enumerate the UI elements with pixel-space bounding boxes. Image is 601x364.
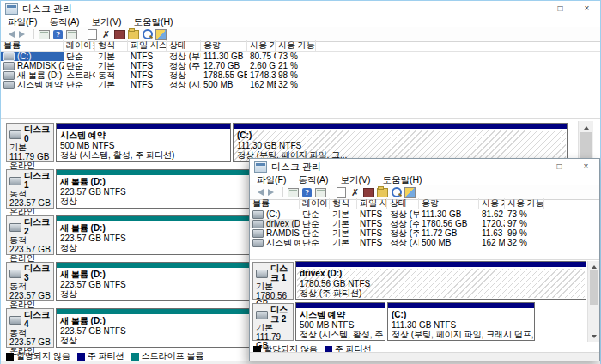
col-free[interactable]: 사용 가... bbox=[479, 198, 505, 209]
open-folder-icon[interactable] bbox=[377, 187, 388, 197]
volume-row[interactable]: (C:) 단순 기본 NTFS 정상 (부팅... 111.30 GB 81.6… bbox=[250, 209, 599, 219]
disk-label-disk1[interactable]: 디스크 1 기본 1780.56 GB 온라인 bbox=[252, 262, 294, 300]
menu-action[interactable]: 동작(A) bbox=[292, 174, 334, 185]
scroll-up-icon[interactable] bbox=[579, 121, 593, 131]
help-topics-icon[interactable] bbox=[404, 187, 416, 197]
volume-name-cell: RAMDISK (Z:) bbox=[1, 61, 64, 70]
menu-view[interactable]: 보기(V) bbox=[85, 16, 127, 27]
vertical-scrollbar-overlay[interactable] bbox=[587, 261, 599, 342]
col-volume[interactable]: 볼륨 bbox=[250, 198, 300, 209]
help-icon[interactable]: ? bbox=[301, 187, 313, 197]
delete-icon[interactable]: ✗ bbox=[100, 29, 112, 39]
volume-row[interactable]: RAMDISK (Z:) 단순 기본 NTFS 정상 (주 ... 12.70 … bbox=[1, 61, 600, 70]
drive-icon bbox=[252, 229, 264, 238]
volume-row[interactable]: 새 볼륨 (D:) 스트라이프 동적 NTFS 정상 1788.55 GB 17… bbox=[1, 70, 600, 80]
menu-view[interactable]: 보기(V) bbox=[334, 174, 376, 185]
tree-pane-icon[interactable] bbox=[315, 187, 326, 197]
col-fs[interactable]: 파일 시스템 bbox=[128, 40, 167, 51]
volume-name-cell: (C:) bbox=[1, 52, 64, 61]
menu-file[interactable]: 파일(F) bbox=[2, 16, 43, 27]
scroll-up-icon[interactable] bbox=[588, 261, 599, 270]
properties-icon[interactable] bbox=[336, 187, 347, 197]
partition-c-drive[interactable]: (C:) 111.30 GB NTFS 정상 (부팅, 페이지 파일, 크... bbox=[233, 123, 568, 162]
disk-label-disk4[interactable]: 디스크 4 동적 223.57 GB 온라인 bbox=[6, 308, 54, 348]
partition-drivex[interactable]: drivex (D:) 1780.56 GB NTFS 정상 (주 파티션) bbox=[295, 261, 586, 300]
drive-properties-icon[interactable] bbox=[363, 187, 374, 197]
disk-label-disk3[interactable]: 디스크 3 동적 223.57 GB 온라인 bbox=[6, 262, 54, 301]
disk-label-disk2[interactable]: 디스크 2 기본 111.79 GB 온라인 bbox=[252, 303, 294, 341]
partition-header bbox=[296, 262, 586, 267]
col-free[interactable]: 사용 가... bbox=[247, 40, 276, 51]
drive-icon bbox=[252, 239, 264, 247]
console-window-icon[interactable] bbox=[39, 29, 50, 39]
menu-file[interactable]: 파일(F) bbox=[251, 174, 292, 185]
volume-row[interactable]: 시스템 예약 단순 기본 NTFS 정상 (시스... 500 MB 32 % … bbox=[250, 238, 599, 247]
menu-action[interactable]: 동작(A) bbox=[43, 16, 85, 27]
partition-system-reserved[interactable]: 시스템 예약 500 MB NTFS 정상 (시스템, 활성, 주 파티션) bbox=[295, 302, 385, 341]
scroll-down-icon[interactable] bbox=[588, 333, 599, 342]
col-capacity[interactable]: 용량 bbox=[419, 198, 479, 209]
partition-c-drive[interactable]: (C:) 111.30 GB NTFS 정상 (부팅, 페이지 파일, 크래시 … bbox=[387, 302, 535, 341]
status-bar-overlay bbox=[250, 352, 599, 361]
toolbar-separator bbox=[82, 29, 82, 39]
disk-label-disk2[interactable]: 디스크 2 동적 223.57 GB 온라인 bbox=[6, 215, 54, 255]
col-layout[interactable]: 레이아웃 bbox=[64, 40, 95, 51]
disk-label-disk1[interactable]: 디스크 1 동적 223.57 GB 온라인 bbox=[6, 169, 54, 209]
console-window-icon[interactable] bbox=[288, 187, 299, 197]
volume-row[interactable]: drivex (D:) 단순 기본 NTFS 정상 (주 ... 1780.56… bbox=[250, 219, 599, 228]
search-icon[interactable] bbox=[142, 29, 153, 39]
volume-row[interactable]: (C:) 단순 기본 NTFS 정상 (부팅... 111.30 GB 80.7… bbox=[1, 52, 600, 61]
forward-icon[interactable] bbox=[267, 187, 278, 197]
col-type[interactable]: 형식 bbox=[330, 198, 357, 209]
pane-splitter[interactable] bbox=[1, 118, 600, 119]
col-pct[interactable]: 사용 가능한... bbox=[505, 198, 544, 209]
col-layout[interactable]: 레이아웃 bbox=[300, 198, 330, 209]
titlebar-main[interactable]: 디스크 관리 – □ × bbox=[1, 1, 600, 16]
col-pct[interactable]: 사용 가능한... bbox=[276, 40, 316, 51]
volume-list-header: 볼륨 레이아웃 형식 파일 시스템 상태 용량 사용 가... 사용 가능한..… bbox=[250, 198, 599, 209]
back-icon[interactable] bbox=[253, 187, 264, 197]
maximize-button[interactable]: □ bbox=[546, 159, 573, 174]
minimize-button[interactable]: – bbox=[520, 1, 547, 16]
window-title: 디스크 관리 bbox=[271, 161, 321, 173]
scrollbar-thumb[interactable] bbox=[590, 270, 598, 305]
window-title: 디스크 관리 bbox=[22, 3, 72, 15]
minimize-button[interactable]: – bbox=[519, 159, 546, 174]
volume-row[interactable]: RAMDISK (Z:) 단순 기본 NTFS 정상 (주 ... 11.72 … bbox=[250, 228, 599, 238]
forward-icon[interactable] bbox=[18, 29, 29, 39]
disk-icon bbox=[9, 130, 21, 139]
tree-pane-icon[interactable] bbox=[66, 29, 77, 39]
partition-system-reserved[interactable]: 시스템 예약 500 MB NTFS 정상 (시스템, 활성, 주 파티션) bbox=[56, 123, 231, 162]
drive-icon bbox=[3, 71, 15, 80]
maximize-button[interactable]: □ bbox=[547, 1, 574, 16]
legend-swatch bbox=[6, 353, 14, 361]
col-capacity[interactable]: 용량 bbox=[201, 40, 247, 51]
partition-header bbox=[57, 124, 230, 129]
app-icon bbox=[254, 161, 267, 173]
col-fs[interactable]: 파일 시스템 bbox=[357, 198, 387, 209]
col-status[interactable]: 상태 bbox=[167, 40, 201, 51]
disk-icon bbox=[9, 223, 21, 232]
open-folder-icon[interactable] bbox=[128, 29, 139, 39]
menu-help[interactable]: 도움말(H) bbox=[376, 174, 428, 185]
col-type[interactable]: 형식 bbox=[95, 40, 128, 51]
titlebar-overlay[interactable]: 디스크 관리 – □ × bbox=[250, 159, 599, 174]
col-status[interactable]: 상태 bbox=[387, 198, 419, 209]
volume-row[interactable]: 시스템 예약 단순 기본 NTFS 정상 (시스... 500 MB 162 M… bbox=[1, 80, 600, 89]
menubar-main: 파일(F) 동작(A) 보기(V) 도움말(H) bbox=[1, 16, 600, 27]
drive-properties-icon[interactable] bbox=[114, 29, 125, 39]
col-volume[interactable]: 볼륨 bbox=[1, 40, 64, 51]
drive-icon bbox=[3, 81, 15, 89]
close-button[interactable]: × bbox=[574, 1, 600, 16]
back-icon[interactable] bbox=[4, 29, 15, 39]
disk-label-disk0[interactable]: 디스크 0 기본 111.79 GB 온라인 bbox=[6, 123, 54, 162]
menu-help[interactable]: 도움말(H) bbox=[127, 16, 179, 27]
delete-icon[interactable]: ✗ bbox=[349, 187, 361, 197]
help-topics-icon[interactable] bbox=[155, 29, 167, 39]
pane-splitter[interactable] bbox=[250, 259, 599, 260]
toolbar-separator bbox=[282, 187, 283, 197]
close-button[interactable]: × bbox=[573, 159, 599, 174]
properties-icon[interactable] bbox=[87, 29, 98, 39]
help-icon[interactable]: ? bbox=[52, 29, 64, 39]
search-icon[interactable] bbox=[391, 187, 402, 197]
